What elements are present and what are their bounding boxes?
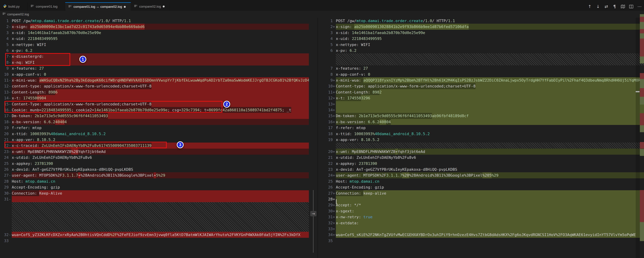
code-line[interactable]: x-t: 1745503296 (336, 95, 644, 101)
code-line[interactable]: wua=CofS_sKiE%2F2NKnTgZVUfvMwECGEHXAYBDr… (336, 232, 644, 238)
code-text: 8.10.5.2 (361, 137, 380, 143)
code-line[interactable]: x-app-ver: 8.10.5.2 (12, 137, 309, 143)
render-whitespace-icon[interactable]: ¶ (612, 4, 617, 9)
code-line[interactable]: x-app-conf-v: 0 (336, 71, 644, 77)
swap-sides-icon[interactable]: ⇄ (604, 4, 609, 9)
code-line[interactable]: x-app-conf-v: 0 (12, 71, 309, 77)
code-line[interactable]: x-sgext: (336, 208, 644, 214)
code-text: x-appkey: (12, 161, 34, 167)
code-line[interactable]: x-nettype: WIFI (12, 42, 309, 48)
code-line[interactable] (12, 238, 309, 244)
code-line[interactable]: x-disastergrd: (12, 53, 309, 59)
tab-compare01.log[interactable]: compare01.log (28, 2, 65, 11)
overview-ruler-mark (640, 190, 644, 222)
left-pane-line-number: 2- (0, 24, 12, 30)
code-line[interactable]: Dm-token: 2b1e713e5c9d0555c96f6f44110534… (12, 113, 309, 119)
code-line[interactable] (336, 101, 644, 107)
code-line[interactable]: x-ttid: 10003993%40damai_android_8.10.5.… (336, 131, 644, 137)
code-line[interactable]: Content-Length: 8986 (12, 89, 309, 95)
code-line[interactable]: x-nq: WIFI (12, 59, 309, 65)
code-line[interactable]: x-sid: 14e1461ba1faeab2b870b70d0e25e99e (12, 30, 309, 36)
code-line[interactable]: x-sign: ab25b0009013028841b2e9f93b866b9e… (336, 24, 644, 30)
code-line[interactable]: x-ttid: 10003993%40damai_android_8.10.5.… (12, 131, 309, 137)
code-line[interactable]: x-bx-version: 6.6.240804 (336, 119, 644, 125)
code-line[interactable]: x-umt: MpEBNDFLPHNVWAKWYZB+Yqhf3jbt6eAd (336, 149, 644, 155)
next-change-icon[interactable]: ↓ (595, 4, 601, 9)
code-line[interactable]: x-nettype: WIFI (336, 42, 644, 48)
code-line[interactable]: POST /gw/mtop.damai.trade.order.create/1… (12, 18, 309, 24)
code-line[interactable] (12, 196, 309, 202)
code-line[interactable]: content-type: application/x-www-form-url… (12, 83, 309, 89)
code-line[interactable]: Accept-Encoding: gzip (336, 184, 644, 190)
code-line[interactable]: x-mini-wua: aQQQP318YyxnIYzMp%2Bbm%2BTfH… (336, 77, 644, 83)
code-line[interactable]: wua=CofS_yZ32KLKFcDXZxrxRyAa%2B0htisVQnC… (12, 232, 309, 238)
code-line[interactable]: x-utdid: ZvLUnEehIFsDAENyYb8%2Fu8v6 (12, 155, 309, 161)
code-text: x-sign: (336, 24, 354, 30)
code-text: 2218483499595 (352, 36, 382, 42)
code-line[interactable]: x-sign: ab25b00090e13bc1ad7d22c01743a9d6… (12, 24, 309, 30)
code-line[interactable]: x-devid: AnT-geGZ7VfPBrUKuIeyKEpakoxa-d8… (12, 166, 309, 173)
code-line[interactable]: x-pv: 6.2 (336, 47, 644, 53)
editor-sash[interactable] (318, 18, 318, 258)
code-line[interactable]: x-mini-wua: aWASuCQBxNZ9ha%2By3kEdogeK60… (12, 77, 309, 83)
tab-build.py[interactable]: build.py (0, 2, 28, 11)
code-line[interactable]: x-bx-version: 6.6.240404 (12, 119, 309, 125)
code-line[interactable]: f-refer: mtop (12, 125, 309, 131)
code-line[interactable]: Content-type: application/x-www-form-url… (336, 83, 644, 89)
code-line[interactable]: user-agent: MTOPSDK%2F3.1.1.7%20%28Andro… (336, 172, 644, 178)
code-line[interactable]: Content-Length: 8982 (336, 89, 644, 95)
more-actions-icon[interactable]: ⋯ (637, 4, 642, 9)
breadcrumb[interactable]: compare02.log (0, 11, 644, 18)
code-line[interactable]: Host: mtop.damai.cn (336, 178, 644, 184)
code-text: ; t= (200, 107, 209, 113)
left-pane-line-number: 31- (0, 196, 12, 202)
code-line[interactable] (336, 238, 644, 244)
code-line[interactable]: x-utdid: ZvLUnEehIFsDAENyYb8%2Fu8v6 (336, 155, 644, 161)
map-icon[interactable] (620, 4, 626, 9)
code-text: x-c-traceid: (12, 143, 42, 149)
code-line[interactable]: Accept: */* (336, 202, 644, 208)
code-text: keep-alive (363, 190, 386, 196)
code-line[interactable] (336, 226, 644, 232)
previous-change-icon[interactable]: ↑ (587, 4, 592, 9)
code-line[interactable]: Connection: Keep-Alive (12, 190, 309, 196)
code-line[interactable]: f-refer: mtop (336, 125, 644, 131)
code-line[interactable]: x-sid: 14e1461ba1faeab2b870b70d0e25e99e (336, 30, 644, 36)
code-text: Content-type: application/x-www-form-url… (336, 83, 476, 89)
code-line[interactable]: x-uid: 2218483499595 (336, 36, 644, 42)
tab-compare01.log-compare02.log[interactable]: compare01.log ↔ compare02.log (65, 2, 131, 11)
code-line[interactable]: x-pv: 6.2 (12, 47, 309, 53)
code-line[interactable]: Dm-token: 2b1e713e5c9d0555c96f6f44110534… (336, 113, 644, 119)
code-line[interactable]: x-c-traceid: ZvLUnEehIFsDAENyYb8%2Fu8v61… (12, 143, 309, 149)
code-line[interactable]: x-appkey: 23781390 (336, 161, 644, 167)
dirty-dot-icon[interactable] (124, 6, 126, 8)
code-line[interactable]: x-umt: MpEBNDFLPHNVWAKWYZB%2BYqhf3jbt6eA… (12, 149, 309, 155)
dirty-dot-icon[interactable] (163, 5, 165, 7)
revert-change-arrow-button[interactable]: → (310, 211, 316, 216)
code-line[interactable]: x-uid: 2218483499595 (12, 36, 309, 42)
code-line[interactable]: Content-Type: application/x-www-form-url… (12, 101, 309, 107)
overview-ruler-mark (640, 73, 644, 79)
code-line[interactable]: x-extdata: (336, 220, 644, 226)
code-line[interactable]: x-nw-retry: true (336, 214, 644, 220)
code-line[interactable] (336, 107, 644, 113)
code-line[interactable] (336, 196, 644, 202)
code-line[interactable]: POST /gw/mtop.damai.trade.order.create/1… (336, 18, 644, 24)
split-editor-icon[interactable] (628, 4, 634, 9)
code-line[interactable]: x-devid: AnT-geGZ7VfPBrUKuIeyKEpakoxa-d8… (336, 166, 644, 173)
code-line[interactable]: x-app-ver: 8.10.5.2 (336, 137, 644, 143)
left-scrollbar-slider[interactable] (313, 190, 314, 253)
code-line[interactable]: x-features: 27 (336, 65, 644, 71)
code-text: Content-Length: (12, 89, 48, 95)
code-line[interactable]: Accept-Encoding: gzip (12, 184, 309, 190)
code-line[interactable]: Cookie: munb=2218483499595; cookie2=14e1… (12, 107, 309, 113)
right-scrollbar-track[interactable] (636, 18, 640, 258)
code-line[interactable]: Connection: keep-alive (336, 190, 644, 196)
tab-compare02.log[interactable]: compare02.log (131, 2, 170, 11)
code-line[interactable]: x-features: 27 (12, 65, 309, 71)
code-line[interactable]: x-appkey: 23781390 (12, 161, 309, 167)
code-line[interactable]: x-t: 1745500904 (12, 95, 309, 101)
code-line[interactable]: user-agent: MTOPSDK%2F3.1.1.7+%28Android… (12, 172, 309, 178)
code-line[interactable]: Host: mtop.damai.cn (12, 178, 309, 184)
code-text: Yqhf3jbt6eAd (398, 149, 425, 155)
